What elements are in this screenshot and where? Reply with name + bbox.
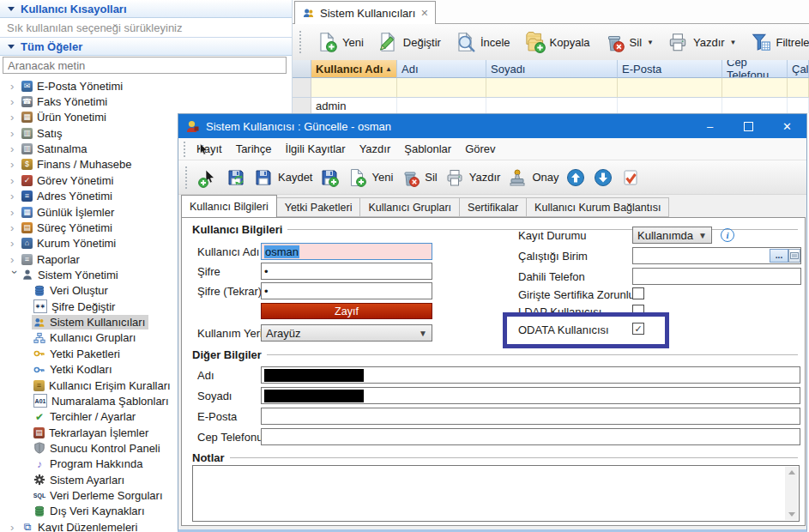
column-header-eposta[interactable]: E-Posta	[618, 60, 722, 78]
delete-button[interactable]: Sil	[400, 167, 437, 188]
chevron-right-icon[interactable]: ›	[10, 128, 20, 139]
previous-record-button[interactable]	[565, 167, 586, 188]
tree-item-content[interactable]: ⌂Kurum Yönetimi	[20, 236, 119, 251]
tree-item-content[interactable]: ✉E-Posta Yönetimi	[20, 79, 126, 94]
tree-item-content[interactable]: ⧉Kayıt Düzenlemeleri	[20, 520, 141, 532]
sidebar-item-1[interactable]: ›☎Faks Yönetimi	[0, 94, 292, 109]
tree-item-content[interactable]: ▤Süreç Yönetimi	[20, 221, 116, 235]
work-unit-lookup-button[interactable]	[788, 249, 800, 263]
tree-item-content[interactable]: ▤Tekrarlayan İşlemler	[32, 426, 152, 440]
minimize-button[interactable]: –	[691, 114, 729, 138]
print-button[interactable]: Yazdır ▼	[667, 31, 737, 53]
usage-select[interactable]: Arayüz ▼	[261, 324, 432, 342]
menu-sablonlar[interactable]: Şablonlar	[397, 142, 458, 155]
notes-textarea[interactable]	[192, 465, 800, 522]
delete-button[interactable]: Sil ▼	[603, 31, 654, 53]
tab-sistem-kullanicilari[interactable]: Sistem Kullanıcıları ✕	[294, 1, 436, 24]
work-unit-browse-button[interactable]: ...	[770, 249, 788, 263]
filter-cell[interactable]	[397, 78, 486, 98]
delete-dropdown-icon[interactable]: ▼	[647, 39, 654, 46]
tab-close-icon[interactable]: ✕	[420, 8, 428, 19]
search-input[interactable]	[3, 57, 287, 74]
tree-item-content[interactable]: Yetki Paketleri	[32, 347, 124, 361]
tab-kullanici-kurum-baglantisi[interactable]: Kullanıcı Kurum Bağlantısı	[527, 197, 669, 217]
email-field[interactable]	[261, 408, 800, 425]
menu-tarihce[interactable]: Tarihçe	[229, 142, 279, 155]
copy-button[interactable]: Kopyala	[523, 31, 590, 53]
menu-yazdir[interactable]: Yazdır	[353, 142, 398, 155]
tab-kullanici-bilgileri[interactable]: Kullanıcı Bilgileri	[181, 195, 277, 217]
tree-item-content[interactable]: Veri Oluştur	[32, 283, 112, 298]
filter-cell[interactable]	[722, 78, 788, 98]
inspect-button[interactable]: İncele	[454, 31, 510, 53]
print-button[interactable]: Yazdır	[444, 167, 501, 188]
tree-item-content[interactable]: ≡Adres Yönetimi	[20, 189, 116, 203]
chevron-right-icon[interactable]: ›	[10, 254, 20, 265]
tab-sertifikalar[interactable]: Sertifikalar	[460, 197, 527, 217]
edit-button[interactable]: Değiştir	[377, 31, 441, 53]
verify-button[interactable]	[620, 167, 641, 188]
name-field[interactable]	[261, 366, 800, 384]
print-dropdown-icon[interactable]: ▼	[730, 39, 737, 46]
tree-item-content[interactable]: Yetki Kodları	[32, 362, 116, 377]
table-row-admin[interactable]: admin	[293, 98, 809, 113]
tree-item-content[interactable]: ▥Satış	[20, 126, 66, 141]
column-header-cep-telefonu[interactable]: Cep Telefonu	[722, 60, 788, 78]
next-record-button[interactable]	[593, 167, 613, 188]
tree-item-content[interactable]: A01Numaralama Şablonları	[32, 393, 172, 408]
info-icon[interactable]: i	[721, 228, 734, 242]
filter-cell[interactable]	[311, 78, 397, 98]
scroll-up-icon[interactable]	[788, 470, 795, 475]
tree-item-content[interactable]: ∗∗Şifre Değiştir	[32, 299, 118, 314]
tree-item-content[interactable]: ≡Kullanıcı Erişim Kuralları	[32, 378, 174, 393]
tree-item-content[interactable]: ▥Satınalma	[20, 142, 91, 156]
tree-item-content[interactable]: Sistem Yönetimi	[20, 268, 122, 282]
tree-item-content[interactable]: $Finans / Muhasebe	[20, 157, 136, 172]
chevron-down-icon[interactable]: ›	[9, 270, 21, 280]
approve-button[interactable]: Onay	[507, 167, 558, 188]
tree-item-content[interactable]: ♪Program Hakkında	[32, 456, 146, 471]
sidebar-item-0[interactable]: ›✉E-Posta Yönetimi	[0, 78, 292, 94]
new-button[interactable]: Yeni	[316, 31, 364, 53]
cert-required-checkbox[interactable]	[632, 287, 644, 299]
tree-item-content[interactable]: ≡Raporlar	[20, 252, 83, 267]
column-header-soyadi[interactable]: Soyadı	[486, 60, 618, 78]
dialog-titlebar[interactable]: Sistem Kullanıcısı : Güncelle - osman – …	[178, 114, 806, 138]
toolbar-drag-handle[interactable]	[299, 31, 301, 53]
maximize-button[interactable]	[729, 114, 768, 138]
select-add-button[interactable]	[198, 167, 219, 188]
chevron-right-icon[interactable]: ›	[10, 143, 20, 154]
tree-item-content[interactable]: Sistem Kullanıcıları	[32, 315, 148, 329]
column-header-kullanici-adi[interactable]: Kullanıcı Adı ▲	[311, 60, 397, 78]
save-button[interactable]: Kaydet	[253, 167, 312, 188]
tree-item-content[interactable]: ✓Görev Yönetimi	[20, 173, 117, 188]
chevron-right-icon[interactable]: ›	[10, 175, 20, 186]
chevron-right-icon[interactable]: ›	[10, 112, 20, 123]
tree-item-content[interactable]: Sunucu Kontrol Paneli	[32, 441, 164, 456]
toolbar-drag-handle[interactable]	[185, 166, 190, 189]
shortcuts-header[interactable]: Kullanıcı Kısayolları	[0, 0, 292, 18]
internal-phone-field[interactable]	[632, 268, 801, 285]
new-button[interactable]: Yeni	[347, 167, 393, 188]
tree-item-content[interactable]: ▦Ürün Yonetimi	[20, 110, 110, 124]
tree-item-content[interactable]: ☎Faks Yönetimi	[20, 94, 111, 109]
tree-item-content[interactable]: ▦Günlük İşlemler	[20, 205, 118, 220]
tree-item-content[interactable]: ✔Tercihler / Ayarlar	[32, 409, 139, 424]
tree-item-content[interactable]: Sistem Ayarları	[32, 473, 128, 487]
mobile-field[interactable]	[261, 428, 800, 445]
username-field[interactable]: osman	[261, 243, 432, 260]
chevron-right-icon[interactable]: ›	[10, 190, 20, 202]
close-button[interactable]: ✕	[768, 114, 806, 138]
chevron-right-icon[interactable]: ›	[10, 222, 20, 233]
chevron-right-icon[interactable]: ›	[10, 522, 20, 532]
all-items-header[interactable]: Tüm Öğeler	[0, 38, 292, 56]
tree-item-content[interactable]: SQLVeri Derleme Sorguları	[32, 488, 166, 503]
chevron-right-icon[interactable]: ›	[10, 238, 20, 249]
menu-gorev[interactable]: Görev	[458, 142, 502, 155]
password-repeat-field[interactable]: •	[261, 282, 432, 299]
save-refresh-button[interactable]	[226, 167, 246, 188]
password-field[interactable]: •	[261, 263, 432, 280]
chevron-right-icon[interactable]: ›	[10, 96, 20, 107]
scroll-down-icon[interactable]	[788, 512, 795, 517]
tab-kullanici-gruplari[interactable]: Kullanıcı Grupları	[360, 197, 460, 217]
